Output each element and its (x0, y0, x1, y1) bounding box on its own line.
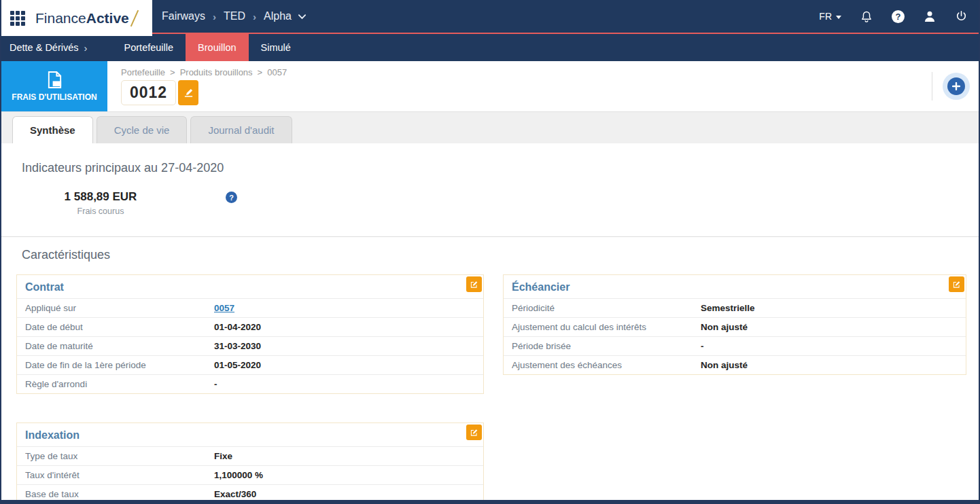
table-row: Ajustement du calcul des intérêts Non aj… (504, 317, 966, 336)
card-echeancier: Échéancier Périodicité Semestrielle Ajus… (503, 274, 966, 375)
chevron-right-icon: › (213, 11, 216, 22)
vertical-divider (932, 72, 932, 101)
row-value: Exact/360 (214, 489, 256, 499)
language-selector[interactable]: FR (819, 11, 841, 22)
breadcrumb-item-portefeuille[interactable]: Portefeuille (121, 67, 165, 77)
table-row: Type de taux Fixe (17, 446, 483, 465)
nav-section-dette-derives[interactable]: Dette & Dérivés › (1, 34, 97, 61)
edit-indexation-button[interactable] (466, 425, 482, 440)
chevron-down-icon[interactable] (298, 14, 307, 20)
app-grid-icon[interactable] (10, 11, 25, 26)
edit-pencil-icon (183, 88, 194, 98)
card-title: Contrat (17, 275, 483, 298)
product-type-label: FRAIS D'UTILISATION (12, 92, 97, 102)
edit-product-code-button[interactable] (178, 80, 198, 105)
row-value: - (214, 379, 217, 389)
card-title: Indexation (17, 423, 483, 446)
nav-item-label: Portefeuille (124, 42, 174, 53)
indicator-row: 1 588,89 EUR Frais courus ? (22, 190, 958, 236)
row-label: Ajustement des échéances (512, 360, 701, 370)
breadcrumb-separator: > (170, 67, 175, 77)
context-breadcrumb: Fairways › TED › Alpha (162, 10, 307, 22)
product-main: Portefeuille > Produits brouillons > 005… (107, 61, 287, 111)
row-label: Date de début (25, 322, 214, 332)
row-value: Fixe (214, 451, 232, 461)
row-label: Taux d'intérêt (25, 470, 214, 480)
row-label: Type de taux (25, 451, 214, 461)
notifications-button[interactable] (860, 10, 873, 24)
module-nav: Dette & Dérivés › Portefeuille Brouillon… (1, 34, 979, 61)
table-row: Périodicité Semestrielle (504, 298, 966, 317)
question-circle-icon: ? (892, 10, 905, 23)
row-label: Règle d'arrondi (25, 379, 214, 389)
tab-journal-audit[interactable]: Journal d'audit (190, 116, 292, 143)
table-row: Règle d'arrondi - (17, 374, 483, 393)
document-copy-icon (46, 71, 63, 89)
brand-logo-bold: Active (86, 10, 129, 26)
help-button[interactable]: ? (892, 10, 905, 23)
tab-synthese[interactable]: Synthèse (12, 116, 93, 143)
row-label: Date de maturité (25, 341, 214, 351)
row-label: Périodicité (512, 303, 701, 313)
breadcrumb-item-ted[interactable]: TED (224, 10, 245, 22)
chevron-right-icon: › (253, 11, 256, 22)
brand-logo[interactable]: FinanceActive (35, 10, 135, 27)
nav-item-brouillon[interactable]: Brouillon (186, 34, 248, 61)
nav-item-portefeuille[interactable]: Portefeuille (112, 34, 186, 61)
linked-product-link[interactable]: 0057 (214, 303, 234, 313)
breadcrumb-item-0057[interactable]: 0057 (267, 67, 287, 77)
indicator-block: 1 588,89 EUR Frais courus (22, 190, 179, 216)
card-title: Échéancier (504, 275, 966, 298)
cards-grid: Contrat Appliqué sur 0057 Date de début … (16, 274, 964, 504)
indicators-title: Indicateurs principaux au 27-04-2020 (22, 161, 958, 175)
row-label: Appliqué sur (25, 303, 214, 313)
caret-down-icon (836, 16, 841, 19)
brand-logo-regular: Finance (35, 10, 86, 26)
add-button[interactable] (943, 73, 970, 100)
row-label: Base de taux (25, 489, 214, 499)
product-header: FRAIS D'UTILISATION Portefeuille > Produ… (1, 61, 979, 112)
nav-item-simule[interactable]: Simulé (249, 34, 303, 61)
edit-echeancier-button[interactable] (949, 276, 964, 292)
row-value: - (701, 341, 704, 351)
breadcrumb-item-alpha[interactable]: Alpha (264, 10, 292, 22)
chevron-right-icon: › (84, 42, 88, 54)
help-circle-icon[interactable]: ? (226, 192, 237, 203)
row-value: Non ajusté (701, 322, 748, 332)
bell-icon (860, 10, 873, 24)
row-value: 1,100000 % (214, 470, 263, 480)
card-contrat: Contrat Appliqué sur 0057 Date de début … (16, 274, 484, 394)
product-code-row: 0012 (121, 80, 287, 105)
user-account-button[interactable] (923, 10, 937, 23)
power-icon (955, 10, 968, 23)
breadcrumb-item-produits-brouillons[interactable]: Produits brouillons (180, 67, 253, 77)
row-label: Période brisée (512, 341, 701, 351)
edit-square-icon (953, 280, 960, 289)
product-breadcrumb: Portefeuille > Produits brouillons > 005… (121, 67, 287, 77)
tab-bar: Synthèse Cycle de vie Journal d'audit (1, 112, 979, 143)
logo-slash-icon (130, 10, 139, 26)
table-row: Période brisée - (504, 336, 966, 355)
nav-item-label: Simulé (261, 42, 291, 53)
table-row: Date de maturité 31-03-2030 (17, 336, 483, 355)
user-icon (923, 10, 937, 23)
edit-square-icon (470, 428, 478, 437)
table-row: Taux d'intérêt 1,100000 % (17, 465, 483, 484)
tab-cycle-de-vie[interactable]: Cycle de vie (97, 116, 188, 143)
table-row: Ajustement des échéances Non ajusté (504, 355, 966, 374)
table-row: Base de taux Exact/360 (17, 484, 483, 503)
logout-button[interactable] (955, 10, 968, 23)
logo-box: FinanceActive (1, 0, 152, 36)
characteristics-section: Caractéristiques Contrat Appliqué sur 00… (1, 237, 979, 504)
row-value: Non ajusté (701, 360, 748, 370)
breadcrumb-item-fairways[interactable]: Fairways (162, 10, 205, 22)
row-value: 01-04-2020 (214, 322, 261, 332)
row-value: 31-03-2030 (214, 341, 261, 351)
edit-square-icon (470, 280, 478, 289)
indicator-value: 1 588,89 EUR (22, 190, 179, 204)
indicators-section: Indicateurs principaux au 27-04-2020 1 5… (1, 143, 979, 236)
row-value: Semestrielle (701, 303, 755, 313)
card-indexation: Indexation Type de taux Fixe Taux d'inté… (16, 422, 484, 504)
table-row: Date de fin de la 1ère période 01-05-202… (17, 355, 483, 374)
edit-contrat-button[interactable] (466, 276, 482, 292)
